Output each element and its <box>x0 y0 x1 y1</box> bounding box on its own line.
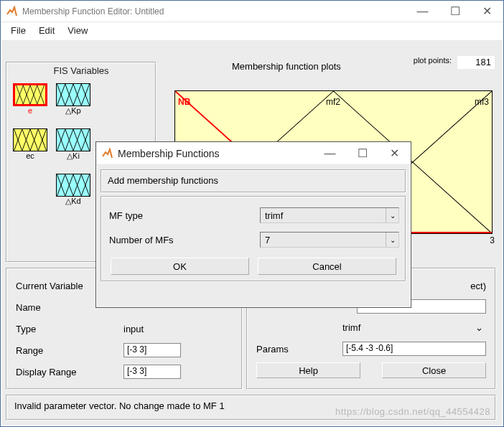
fis-var-dki[interactable]: △Ki <box>56 128 90 161</box>
chevron-down-icon[interactable]: ⌄ <box>472 322 486 333</box>
params-label: Params <box>256 344 342 355</box>
mf-type-label: MF type <box>108 210 260 221</box>
chevron-down-icon: ⌄ <box>386 233 398 247</box>
dialog-text: Add membership functions <box>101 169 406 193</box>
titlebar: Membership Function Editor: Untitled — ☐… <box>1 1 503 22</box>
mf-type-select[interactable]: trimf ⌄ <box>260 207 399 223</box>
close-button[interactable]: Close <box>382 362 486 378</box>
app-icon <box>101 148 113 159</box>
help-button[interactable]: Help <box>256 362 360 378</box>
menu-edit[interactable]: Edit <box>32 24 61 37</box>
fis-var-label: △Ki <box>67 151 80 160</box>
panel-heading: Current Variable <box>16 281 83 291</box>
dialog-minimize-button[interactable]: — <box>314 143 346 164</box>
dialog-maximize-button[interactable]: ☐ <box>346 143 378 164</box>
fis-var-label: △Kd <box>65 197 80 205</box>
mf-label-mf3: mf3 <box>475 97 489 107</box>
number-of-mfs-select[interactable]: 7 ⌄ <box>260 232 399 248</box>
mf-label-nb: NB <box>178 97 190 107</box>
window-title: Membership Function Editor: Untitled <box>22 6 406 17</box>
watermark: https://blog.csdn.net/qq_44554428 <box>335 406 490 417</box>
number-of-mfs-value: 7 <box>265 235 270 245</box>
fis-var-dkd[interactable]: △Kd <box>56 174 90 206</box>
range-label: Range <box>16 345 123 356</box>
menubar: File Edit View <box>1 22 503 38</box>
fis-var-label: e <box>28 106 32 115</box>
type-label: Type <box>16 324 123 334</box>
fis-var-dkp[interactable]: △Kp <box>56 83 90 116</box>
fis-var-e[interactable]: e <box>13 83 47 115</box>
plot-points-input[interactable]: 181 <box>457 56 495 69</box>
display-range-input[interactable]: [-3 3] <box>123 365 181 379</box>
panel-heading-cut: ect) <box>470 281 486 291</box>
number-of-mfs-label: Number of MFs <box>108 235 260 245</box>
maximize-button[interactable]: ☐ <box>439 1 471 22</box>
minimize-button[interactable]: — <box>406 1 439 22</box>
dialog-close-button[interactable]: ✕ <box>378 143 411 164</box>
mf-label-mf2: mf2 <box>326 97 340 107</box>
menu-view[interactable]: View <box>61 24 94 37</box>
cancel-button[interactable]: Cancel <box>258 258 396 275</box>
close-button[interactable]: ✕ <box>471 1 503 22</box>
fis-var-label: ec <box>26 151 34 160</box>
add-mf-dialog: Membership Functions — ☐ ✕ Add membershi… <box>95 141 411 308</box>
fis-var-ec[interactable]: ec <box>13 128 47 160</box>
menu-file[interactable]: File <box>4 24 32 37</box>
type-value: input <box>123 324 144 334</box>
mf-type-value: trimf <box>342 322 472 333</box>
display-range-label: Display Range <box>16 367 123 377</box>
params-input[interactable]: [-5.4 -3 -0.6] <box>342 342 486 356</box>
chevron-down-icon: ⌄ <box>386 208 398 222</box>
fis-variables-title: FIS Variables <box>27 65 135 76</box>
plot-points-label: plot points: <box>414 56 452 65</box>
plot-title: Membership function plots <box>232 61 341 72</box>
app-icon <box>6 6 17 17</box>
range-input[interactable]: [-3 3] <box>123 343 181 357</box>
fis-var-label: △Kp <box>65 106 80 115</box>
status-text: Invalid parameter vector. No change made… <box>14 400 225 411</box>
mf-type-value: trimf <box>265 210 283 221</box>
x-tick: 3 <box>490 235 495 245</box>
ok-button[interactable]: OK <box>111 258 249 275</box>
dialog-title: Membership Functions <box>118 148 314 159</box>
